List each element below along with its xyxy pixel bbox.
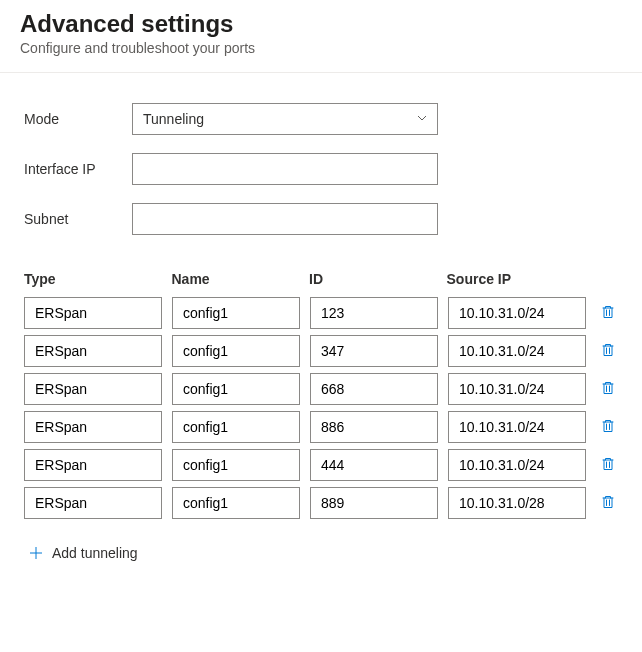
trash-icon — [600, 380, 616, 399]
table-header-type: Type — [24, 271, 161, 287]
mode-label: Mode — [24, 111, 132, 127]
row-type-input[interactable] — [24, 373, 162, 405]
row-name-input[interactable] — [172, 335, 300, 367]
mode-select-value: Tunneling — [143, 111, 204, 127]
interface-ip-label: Interface IP — [24, 161, 132, 177]
delete-row-button[interactable] — [596, 377, 620, 401]
row-id-input[interactable] — [310, 487, 438, 519]
table-row — [24, 297, 618, 329]
row-source-ip-input[interactable] — [448, 335, 586, 367]
table-row — [24, 411, 618, 443]
table-row — [24, 487, 618, 519]
table-row — [24, 449, 618, 481]
interface-ip-input[interactable] — [132, 153, 438, 185]
page-title: Advanced settings — [20, 10, 622, 38]
row-type-input[interactable] — [24, 487, 162, 519]
mode-select[interactable]: Tunneling — [132, 103, 438, 135]
row-type-input[interactable] — [24, 335, 162, 367]
delete-row-button[interactable] — [596, 491, 620, 515]
row-id-input[interactable] — [310, 297, 438, 329]
row-name-input[interactable] — [172, 449, 300, 481]
plus-icon — [28, 545, 44, 561]
trash-icon — [600, 342, 616, 361]
row-source-ip-input[interactable] — [448, 411, 586, 443]
add-tunneling-label: Add tunneling — [52, 545, 138, 561]
table-header-source-ip: Source IP — [447, 271, 584, 287]
row-source-ip-input[interactable] — [448, 297, 586, 329]
row-name-input[interactable] — [172, 411, 300, 443]
trash-icon — [600, 304, 616, 323]
subnet-input[interactable] — [132, 203, 438, 235]
subnet-label: Subnet — [24, 211, 132, 227]
trash-icon — [600, 456, 616, 475]
table-row — [24, 335, 618, 367]
row-type-input[interactable] — [24, 297, 162, 329]
row-name-input[interactable] — [172, 297, 300, 329]
table-header: Type Name ID Source IP — [24, 271, 618, 297]
delete-row-button[interactable] — [596, 301, 620, 325]
table-row — [24, 373, 618, 405]
delete-row-button[interactable] — [596, 453, 620, 477]
row-source-ip-input[interactable] — [448, 449, 586, 481]
trash-icon — [600, 494, 616, 513]
row-id-input[interactable] — [310, 449, 438, 481]
table-header-name: Name — [171, 271, 299, 287]
row-name-input[interactable] — [172, 373, 300, 405]
delete-row-button[interactable] — [596, 339, 620, 363]
row-id-input[interactable] — [310, 373, 438, 405]
row-type-input[interactable] — [24, 449, 162, 481]
row-type-input[interactable] — [24, 411, 162, 443]
delete-row-button[interactable] — [596, 415, 620, 439]
row-source-ip-input[interactable] — [448, 487, 586, 519]
page-subtitle: Configure and troubleshoot your ports — [20, 40, 622, 56]
row-id-input[interactable] — [310, 335, 438, 367]
table-header-id: ID — [309, 271, 437, 287]
row-name-input[interactable] — [172, 487, 300, 519]
trash-icon — [600, 418, 616, 437]
row-source-ip-input[interactable] — [448, 373, 586, 405]
row-id-input[interactable] — [310, 411, 438, 443]
add-tunneling-button[interactable]: Add tunneling — [24, 545, 618, 561]
